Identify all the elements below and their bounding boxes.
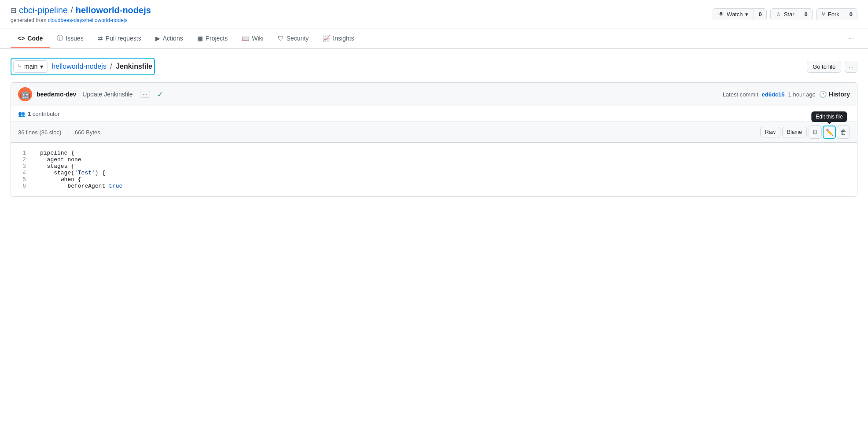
contributors-count: 1 [28, 111, 31, 117]
fork-count[interactable]: 0 [845, 9, 857, 20]
generated-from-link[interactable]: cloudbees-days/helloworld-nodejs [48, 17, 128, 23]
file-path-bar: ⑂ main ▾ helloworld-nodejs / Jenkinsfile… [11, 58, 857, 75]
edit-file-tooltip-wrapper: ✏️ Edit this file [823, 126, 836, 139]
blame-button[interactable]: Blame [782, 127, 807, 137]
contributors-bar: 👥 1 contributor [11, 106, 857, 122]
projects-icon: ▦ [197, 35, 203, 42]
line-content: beforeAgent true [33, 183, 857, 189]
repo-info: ⊟ cbci-pipeline / helloworld-nodejs gene… [11, 5, 151, 23]
commit-right: Latest commit ed6dc15 1 hour ago 🕐 Histo… [723, 91, 850, 98]
history-icon: 🕐 [819, 91, 827, 98]
star-button-group: ☆ Star 0 [770, 8, 813, 20]
table-row: 5 when { [11, 176, 857, 183]
branch-selector[interactable]: ⑂ main ▾ [13, 60, 48, 73]
branch-path-container: ⑂ main ▾ helloworld-nodejs / Jenkinsfile [11, 58, 155, 75]
chevron-down-icon: ▾ [745, 11, 748, 18]
line-num[interactable]: 1 [11, 150, 33, 156]
star-icon: ☆ [776, 11, 781, 18]
line-num[interactable]: 3 [11, 163, 33, 170]
repo-nav: <> Code ⓘ Issues ⇄ Pull requests ▶ Actio… [0, 29, 868, 49]
trash-icon: 🗑 [840, 129, 846, 136]
tab-actions[interactable]: ▶ Actions [148, 30, 190, 48]
code-icon: <> [18, 35, 25, 42]
commit-time: 1 hour ago [788, 91, 816, 98]
repo-name-link[interactable]: helloworld-nodejs [76, 5, 151, 15]
file-container: 🤖 beedemo-dev Update Jenkinsfile ··· ✓ L… [11, 82, 857, 197]
repo-actions: 👁 Watch ▾ 0 ☆ Star 0 ⑂ Fork 0 [713, 8, 857, 20]
actions-icon: ▶ [155, 35, 160, 42]
edit-file-tooltip: Edit this file [811, 111, 847, 122]
eye-icon: 👁 [718, 11, 724, 18]
tab-insights[interactable]: 📈 Insights [316, 30, 361, 48]
file-path-more-button[interactable]: ··· [845, 61, 857, 73]
watch-count[interactable]: 0 [754, 9, 766, 20]
issues-icon: ⓘ [57, 34, 63, 42]
tab-more[interactable]: ··· [845, 30, 857, 48]
line-content: when { [33, 176, 857, 183]
file-size: 660 Bytes [75, 129, 100, 136]
watch-button[interactable]: 👁 Watch ▾ [713, 9, 754, 20]
page-header: ⊟ cbci-pipeline / helloworld-nodejs gene… [0, 0, 868, 29]
edit-file-group: 🖥 ✏️ Edit this file 🗑 [809, 126, 850, 139]
commit-check-icon: ✓ [157, 90, 163, 99]
monitor-icon: 🖥 [812, 129, 818, 136]
commit-message: Update Jenkinsfile [82, 91, 132, 98]
tab-security[interactable]: 🛡 Security [271, 30, 316, 48]
repo-title: ⊟ cbci-pipeline / helloworld-nodejs [11, 5, 151, 15]
line-num[interactable]: 5 [11, 176, 33, 183]
table-row: 4 stage('Test') { [11, 170, 857, 176]
contributors-label: contributor [33, 111, 59, 117]
line-content: pipeline { [33, 150, 857, 156]
fork-button[interactable]: ⑂ Fork [817, 9, 845, 20]
commit-author[interactable]: beedemo-dev [37, 91, 76, 98]
avatar-image: 🤖 [20, 89, 31, 100]
pull-request-icon: ⇄ [98, 35, 103, 42]
star-count[interactable]: 0 [800, 9, 812, 20]
fork-button-group: ⑂ Fork 0 [816, 8, 857, 20]
edit-file-button[interactable]: ✏️ [823, 126, 836, 139]
commit-left: 🤖 beedemo-dev Update Jenkinsfile ··· ✓ [18, 87, 163, 101]
wiki-icon: 📖 [242, 35, 249, 42]
table-row: 1 pipeline { [11, 150, 857, 156]
raw-button[interactable]: Raw [760, 127, 780, 137]
latest-commit-label: Latest commit [723, 91, 758, 98]
line-num[interactable]: 2 [11, 156, 33, 163]
line-num[interactable]: 6 [11, 183, 33, 189]
history-button[interactable]: 🕐 History [819, 91, 850, 98]
table-row: 2 agent none [11, 156, 857, 163]
tab-code[interactable]: <> Code [11, 30, 50, 48]
avatar: 🤖 [18, 87, 32, 101]
commit-hash-link[interactable]: ed6dc15 [762, 91, 785, 98]
main-content: ⑂ main ▾ helloworld-nodejs / Jenkinsfile… [0, 49, 868, 206]
delete-file-button[interactable]: 🗑 [837, 126, 850, 139]
file-path-text: helloworld-nodejs / Jenkinsfile [51, 63, 152, 70]
git-branch-icon: ⑂ [18, 63, 22, 70]
file-meta-left: 36 lines (36 sloc) | 660 Bytes [18, 129, 100, 136]
tab-wiki[interactable]: 📖 Wiki [235, 30, 270, 48]
insights-icon: 📈 [323, 35, 330, 42]
go-to-file-button[interactable]: Go to file [807, 61, 841, 73]
lines-info: 36 lines (36 sloc) [18, 129, 61, 136]
tab-issues[interactable]: ⓘ Issues [50, 29, 90, 48]
branch-chevron-icon: ▾ [40, 63, 43, 70]
repo-org-link[interactable]: cbci-pipeline [19, 5, 68, 15]
line-content: stages { [33, 163, 857, 170]
code-content: 1 pipeline { 2 agent none 3 stages { 4 s… [11, 143, 857, 196]
tab-projects[interactable]: ▦ Projects [190, 30, 235, 48]
watch-button-group: 👁 Watch ▾ 0 [713, 8, 767, 20]
file-path-right: Go to file ··· [807, 61, 857, 73]
generated-from-text: generated from cloudbees-days/helloworld… [11, 17, 151, 23]
star-button[interactable]: ☆ Star [771, 9, 800, 20]
code-table: 1 pipeline { 2 agent none 3 stages { 4 s… [11, 150, 857, 189]
tab-pull-requests[interactable]: ⇄ Pull requests [91, 30, 148, 48]
file-meta-bar: 36 lines (36 sloc) | 660 Bytes Raw Blame… [11, 122, 857, 143]
file-path-repo-link[interactable]: helloworld-nodejs [51, 63, 107, 70]
line-content: agent none [33, 156, 857, 163]
fork-icon: ⑂ [822, 11, 825, 18]
line-num[interactable]: 4 [11, 170, 33, 176]
security-icon: 🛡 [278, 35, 284, 42]
display-file-button[interactable]: 🖥 [809, 126, 822, 139]
pencil-icon: ✏️ [826, 129, 833, 136]
commit-badge[interactable]: ··· [140, 91, 150, 98]
table-row: 6 beforeAgent true [11, 183, 857, 189]
